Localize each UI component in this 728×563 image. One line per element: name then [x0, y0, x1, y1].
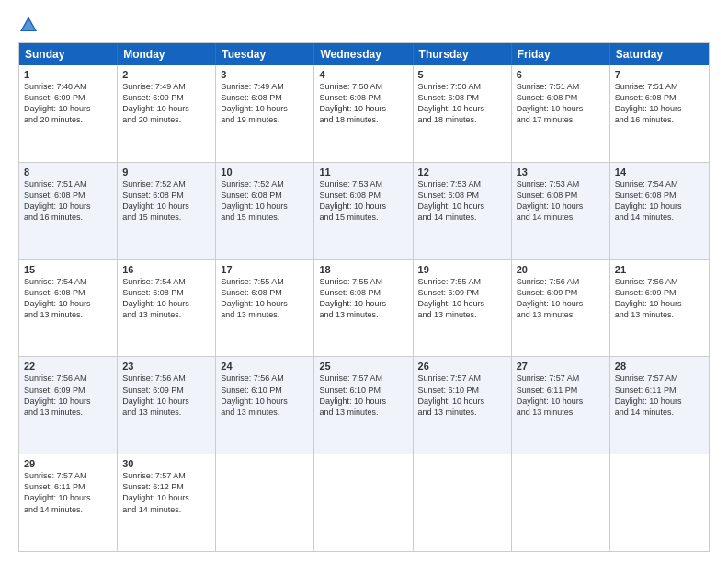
- day-info: Sunrise: 7:56 AM Sunset: 6:09 PM Dayligh…: [517, 276, 605, 321]
- day-info: Sunrise: 7:53 AM Sunset: 6:08 PM Dayligh…: [319, 178, 407, 224]
- day-cell-27: 27Sunrise: 7:57 AM Sunset: 6:11 PM Dayli…: [512, 357, 610, 454]
- day-cell-18: 18Sunrise: 7:55 AM Sunset: 6:08 PM Dayli…: [314, 260, 413, 357]
- day-number: 1: [24, 69, 112, 80]
- day-number: 21: [615, 264, 704, 275]
- day-info: Sunrise: 7:53 AM Sunset: 6:08 PM Dayligh…: [418, 178, 506, 224]
- day-info: Sunrise: 7:51 AM Sunset: 6:08 PM Dayligh…: [615, 81, 704, 126]
- day-number: 11: [319, 167, 407, 178]
- header-day-wednesday: Wednesday: [314, 43, 413, 65]
- day-number: 5: [418, 69, 506, 80]
- day-number: 25: [319, 361, 407, 372]
- day-info: Sunrise: 7:53 AM Sunset: 6:08 PM Dayligh…: [517, 178, 605, 224]
- day-info: Sunrise: 7:57 AM Sunset: 6:11 PM Dayligh…: [517, 373, 605, 418]
- calendar-row-2: 15Sunrise: 7:54 AM Sunset: 6:08 PM Dayli…: [19, 260, 709, 358]
- day-cell-28: 28Sunrise: 7:57 AM Sunset: 6:11 PM Dayli…: [610, 357, 709, 454]
- empty-cell-4-4: [414, 454, 512, 551]
- day-number: 6: [517, 69, 605, 80]
- header-day-saturday: Saturday: [610, 43, 709, 65]
- header-day-thursday: Thursday: [414, 43, 512, 65]
- day-number: 30: [122, 458, 210, 469]
- empty-cell-4-3: [314, 454, 413, 551]
- day-cell-3: 3Sunrise: 7:49 AM Sunset: 6:08 PM Daylig…: [216, 65, 314, 162]
- day-info: Sunrise: 7:57 AM Sunset: 6:10 PM Dayligh…: [418, 373, 506, 418]
- day-cell-23: 23Sunrise: 7:56 AM Sunset: 6:09 PM Dayli…: [118, 357, 216, 454]
- day-number: 13: [517, 167, 605, 178]
- day-info: Sunrise: 7:56 AM Sunset: 6:09 PM Dayligh…: [615, 276, 704, 321]
- day-number: 19: [418, 264, 506, 275]
- calendar-row-1: 8Sunrise: 7:51 AM Sunset: 6:08 PM Daylig…: [19, 163, 709, 260]
- day-cell-13: 13Sunrise: 7:53 AM Sunset: 6:08 PM Dayli…: [512, 163, 610, 259]
- day-number: 29: [24, 458, 112, 469]
- empty-cell-4-5: [512, 454, 610, 551]
- page: SundayMondayTuesdayWednesdayThursdayFrid…: [0, 0, 728, 563]
- day-number: 22: [24, 361, 112, 372]
- day-number: 8: [24, 167, 112, 178]
- day-info: Sunrise: 7:57 AM Sunset: 6:10 PM Dayligh…: [319, 373, 407, 418]
- day-cell-6: 6Sunrise: 7:51 AM Sunset: 6:08 PM Daylig…: [512, 65, 610, 162]
- day-cell-30: 30Sunrise: 7:57 AM Sunset: 6:12 PM Dayli…: [118, 454, 216, 551]
- day-number: 24: [221, 361, 309, 372]
- header-day-tuesday: Tuesday: [216, 43, 314, 65]
- day-cell-15: 15Sunrise: 7:54 AM Sunset: 6:08 PM Dayli…: [19, 260, 118, 357]
- day-info: Sunrise: 7:56 AM Sunset: 6:10 PM Dayligh…: [221, 373, 309, 418]
- header-day-monday: Monday: [118, 43, 216, 65]
- day-info: Sunrise: 7:52 AM Sunset: 6:08 PM Dayligh…: [221, 178, 309, 224]
- calendar-row-4: 29Sunrise: 7:57 AM Sunset: 6:11 PM Dayli…: [19, 454, 709, 551]
- day-number: 16: [122, 264, 210, 275]
- day-number: 18: [319, 264, 407, 275]
- day-cell-7: 7Sunrise: 7:51 AM Sunset: 6:08 PM Daylig…: [610, 65, 709, 162]
- day-number: 4: [319, 69, 407, 80]
- day-cell-1: 1Sunrise: 7:48 AM Sunset: 6:09 PM Daylig…: [19, 65, 118, 162]
- day-info: Sunrise: 7:57 AM Sunset: 6:11 PM Dayligh…: [615, 373, 704, 418]
- day-cell-19: 19Sunrise: 7:55 AM Sunset: 6:09 PM Dayli…: [414, 260, 512, 357]
- day-cell-12: 12Sunrise: 7:53 AM Sunset: 6:08 PM Dayli…: [414, 163, 512, 259]
- day-info: Sunrise: 7:51 AM Sunset: 6:08 PM Dayligh…: [24, 178, 112, 224]
- day-info: Sunrise: 7:50 AM Sunset: 6:08 PM Dayligh…: [319, 81, 407, 126]
- calendar-row-3: 22Sunrise: 7:56 AM Sunset: 6:09 PM Dayli…: [19, 357, 709, 454]
- logo-icon: [18, 15, 39, 35]
- day-number: 9: [122, 167, 210, 178]
- day-cell-17: 17Sunrise: 7:55 AM Sunset: 6:08 PM Dayli…: [216, 260, 314, 357]
- day-cell-21: 21Sunrise: 7:56 AM Sunset: 6:09 PM Dayli…: [610, 260, 709, 357]
- day-number: 3: [221, 69, 309, 80]
- day-number: 17: [221, 264, 309, 275]
- day-info: Sunrise: 7:49 AM Sunset: 6:08 PM Dayligh…: [221, 81, 309, 126]
- day-cell-16: 16Sunrise: 7:54 AM Sunset: 6:08 PM Dayli…: [118, 260, 216, 357]
- header-day-sunday: Sunday: [19, 43, 118, 65]
- day-cell-9: 9Sunrise: 7:52 AM Sunset: 6:08 PM Daylig…: [118, 163, 216, 259]
- day-number: 14: [615, 167, 704, 178]
- day-info: Sunrise: 7:55 AM Sunset: 6:09 PM Dayligh…: [418, 276, 506, 321]
- day-info: Sunrise: 7:50 AM Sunset: 6:08 PM Dayligh…: [418, 81, 506, 126]
- day-cell-11: 11Sunrise: 7:53 AM Sunset: 6:08 PM Dayli…: [314, 163, 413, 259]
- day-cell-24: 24Sunrise: 7:56 AM Sunset: 6:10 PM Dayli…: [216, 357, 314, 454]
- day-number: 23: [122, 361, 210, 372]
- empty-cell-4-2: [216, 454, 314, 551]
- header: [18, 15, 710, 35]
- day-cell-5: 5Sunrise: 7:50 AM Sunset: 6:08 PM Daylig…: [414, 65, 512, 162]
- day-number: 26: [418, 361, 506, 372]
- day-info: Sunrise: 7:51 AM Sunset: 6:08 PM Dayligh…: [517, 81, 605, 126]
- day-cell-2: 2Sunrise: 7:49 AM Sunset: 6:09 PM Daylig…: [118, 65, 216, 162]
- day-number: 7: [615, 69, 704, 80]
- day-info: Sunrise: 7:54 AM Sunset: 6:08 PM Dayligh…: [24, 276, 112, 321]
- header-day-friday: Friday: [512, 43, 610, 65]
- day-info: Sunrise: 7:55 AM Sunset: 6:08 PM Dayligh…: [221, 276, 309, 321]
- day-info: Sunrise: 7:57 AM Sunset: 6:11 PM Dayligh…: [24, 470, 112, 515]
- calendar-body: 1Sunrise: 7:48 AM Sunset: 6:09 PM Daylig…: [19, 65, 709, 551]
- day-number: 12: [418, 167, 506, 178]
- day-info: Sunrise: 7:54 AM Sunset: 6:08 PM Dayligh…: [122, 276, 210, 321]
- day-cell-26: 26Sunrise: 7:57 AM Sunset: 6:10 PM Dayli…: [414, 357, 512, 454]
- day-cell-22: 22Sunrise: 7:56 AM Sunset: 6:09 PM Dayli…: [19, 357, 118, 454]
- day-info: Sunrise: 7:52 AM Sunset: 6:08 PM Dayligh…: [122, 178, 210, 224]
- day-cell-29: 29Sunrise: 7:57 AM Sunset: 6:11 PM Dayli…: [19, 454, 118, 551]
- day-cell-25: 25Sunrise: 7:57 AM Sunset: 6:10 PM Dayli…: [314, 357, 413, 454]
- day-cell-20: 20Sunrise: 7:56 AM Sunset: 6:09 PM Dayli…: [512, 260, 610, 357]
- calendar-row-0: 1Sunrise: 7:48 AM Sunset: 6:09 PM Daylig…: [19, 65, 709, 163]
- day-info: Sunrise: 7:48 AM Sunset: 6:09 PM Dayligh…: [24, 81, 112, 126]
- day-number: 27: [517, 361, 605, 372]
- day-info: Sunrise: 7:54 AM Sunset: 6:08 PM Dayligh…: [615, 178, 704, 224]
- day-number: 20: [517, 264, 605, 275]
- day-info: Sunrise: 7:49 AM Sunset: 6:09 PM Dayligh…: [122, 81, 210, 126]
- empty-cell-4-6: [610, 454, 709, 551]
- day-number: 15: [24, 264, 112, 275]
